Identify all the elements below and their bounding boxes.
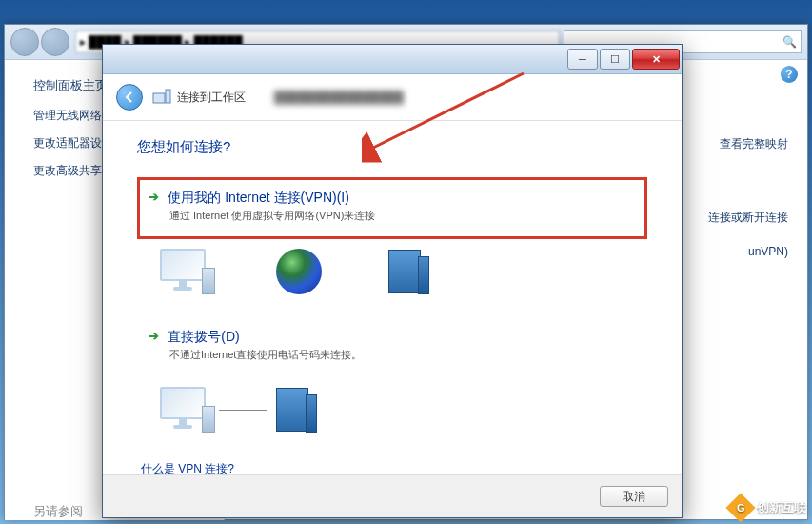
connect-disconnect-link[interactable]: 连接或断开连接	[708, 210, 788, 226]
vpn-item-link[interactable]: unVPN)	[708, 245, 788, 258]
watermark-text: 创新互联	[757, 499, 806, 516]
dialog-header: 连接到工作区 ████████████████	[103, 74, 682, 121]
nav-forward-button[interactable]	[41, 28, 69, 56]
maximize-button[interactable]: ☐	[600, 49, 630, 70]
arrow-right-icon: ➔	[149, 190, 159, 204]
dialog-title: 连接到工作区	[177, 90, 246, 106]
vpn-option-desc: 通过 Internet 使用虚拟专用网络(VPN)来连接	[169, 209, 636, 223]
dialup-option-title: 直接拨号(D)	[168, 329, 239, 344]
globe-icon	[276, 249, 322, 294]
workplace-icon	[152, 88, 171, 107]
server-icon	[276, 388, 308, 432]
arrow-right-icon: ➔	[149, 329, 159, 343]
cancel-button[interactable]: 取消	[600, 486, 668, 507]
svg-rect-0	[153, 93, 165, 103]
watermark: G 创新互联	[730, 497, 806, 518]
dialog-back-button[interactable]	[116, 84, 143, 111]
server-icon	[388, 250, 421, 293]
close-button[interactable]: ✕	[632, 49, 680, 70]
minimize-button[interactable]: ─	[567, 49, 598, 70]
blurred-subtitle: ████████████████	[274, 91, 668, 104]
computer-icon	[156, 249, 209, 294]
computer-icon	[156, 387, 209, 433]
dialup-illustration	[156, 387, 647, 433]
nav-back-button[interactable]	[10, 28, 39, 56]
view-full-map-link[interactable]: 查看完整映射	[708, 136, 788, 152]
vpn-illustration	[156, 249, 647, 294]
vpn-option-title: 使用我的 Internet 连接(VPN)(I)	[168, 190, 349, 205]
dialup-option-desc: 不通过Internet直接使用电话号码来连接。	[169, 348, 636, 362]
search-icon: 🔍	[782, 35, 797, 49]
svg-rect-1	[166, 90, 170, 103]
vpn-option[interactable]: ➔ 使用我的 Internet 连接(VPN)(I) 通过 Internet 使…	[137, 177, 647, 239]
dialog-footer: 取消	[103, 474, 682, 517]
connect-workplace-dialog: ─ ☐ ✕ 连接到工作区 ████████████████ 您想如何连接? ➔ …	[102, 44, 683, 518]
watermark-logo-icon: G	[725, 493, 755, 522]
arrow-left-icon	[123, 91, 136, 104]
dialog-titlebar: ─ ☐ ✕	[103, 45, 682, 74]
dialup-option[interactable]: ➔ 直接拨号(D) 不通过Internet直接使用电话号码来连接。	[137, 313, 647, 377]
connection-prompt: 您想如何连接?	[137, 138, 647, 156]
dialog-body: 您想如何连接? ➔ 使用我的 Internet 连接(VPN)(I) 通过 In…	[103, 121, 682, 477]
